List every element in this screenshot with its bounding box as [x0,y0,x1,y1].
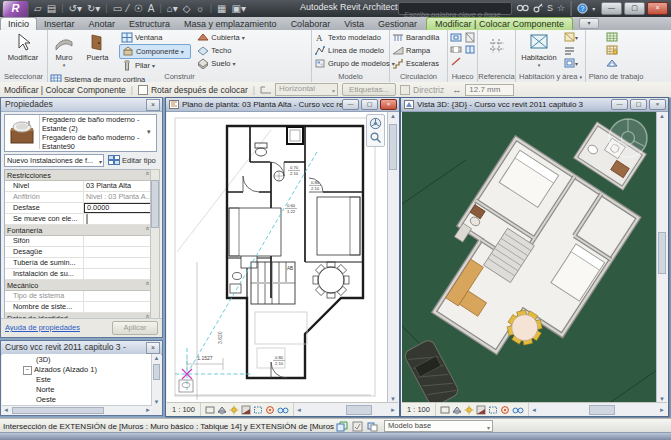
panel-label-referencia[interactable]: Referencia [478,71,515,82]
crop-view-icon[interactable] [253,405,263,415]
escaleras-button[interactable]: Escaleras [390,57,446,70]
panel-label-modelo[interactable]: Modelo [312,71,389,82]
sun-path-icon[interactable] [464,405,474,415]
property-value[interactable] [83,291,153,301]
property-row[interactable]: Tipo de sistema [5,291,153,302]
property-row[interactable]: Nivel03 Planta Alta [5,181,153,192]
save-icon[interactable]: ▤ [47,1,56,16]
grupo-modelos-button[interactable]: Grupo de modelos▾ [312,57,388,70]
maximize-button[interactable]: ▢ [624,2,645,15]
barandilla-button[interactable]: Barandilla [390,31,446,44]
type-name-alt[interactable]: Fregadero de baño moderno - Estante90 [42,134,145,151]
directriz-checkbox[interactable] [400,85,410,95]
property-row[interactable]: Desagüe [5,247,153,258]
instance-filter-select[interactable]: Nuevo Instalaciones de f...▾ [4,154,104,167]
property-value[interactable] [83,302,153,312]
editable-only-icon[interactable] [352,421,363,432]
etiquetas-button[interactable]: Etiquetas... [342,83,396,96]
cubierta-button[interactable]: Cubierta▾ [195,31,247,44]
shadows-icon[interactable] [476,405,486,415]
close-button[interactable]: × [647,2,668,15]
property-row[interactable]: Desfase0.0000 [5,203,153,214]
communication-center-icon[interactable]: S [547,3,553,13]
reveal-hidden-icon[interactable] [265,405,275,415]
crop-view-icon[interactable] [488,405,498,415]
sun-path-icon[interactable] [229,405,239,415]
panel-label-habitacion-area[interactable]: Habitación y área ▾ [516,71,585,82]
text-icon[interactable]: A [148,1,155,16]
room-tag-button[interactable] [564,45,584,58]
property-row[interactable]: Nombre de siste... [5,302,153,313]
property-value[interactable] [83,258,153,268]
favorites-icon[interactable]: ☆ [557,3,565,13]
property-row[interactable]: Se mueve con ele... [5,214,153,225]
property-row[interactable]: Instalación de su... [5,269,153,280]
orientation-select[interactable]: Horizontal▾ [275,83,338,96]
tree-item-norte[interactable]: Norte [2,385,151,395]
tab-estructura[interactable]: Estructura [122,18,177,30]
plan-canvas[interactable]: 0.70 2.10 0.60 1.22 0.80 2.10 0.80 2.10 … [167,112,388,403]
type-selector[interactable]: Fregadero de baño moderno - Estante (2) … [4,114,157,152]
search-icon[interactable] [516,3,529,13]
view3d-window-titlebar[interactable]: Vista 3D: {3D} - Curso vcc revit 2011 ca… [401,98,668,112]
crop-region-icon[interactable] [205,405,215,415]
section-header-restricciones[interactable]: Restricciones« [5,170,153,181]
section-icon[interactable]: ◇ [183,1,191,16]
zoom-icon[interactable] [367,131,384,144]
plan-vscrollbar[interactable]: ▲ ▼ [387,112,398,403]
tag-icon[interactable]: ☉ [134,1,143,16]
undo-button[interactable]: ↺▾ [69,1,82,16]
type-name-current[interactable]: Fregadero de baño moderno - Estante (2) [42,116,145,133]
crop-region-icon[interactable] [440,405,450,415]
tab-masa-y-emplazamiento[interactable]: Masa y emplazamiento [177,18,284,30]
browser-close-icon[interactable]: × [146,342,160,354]
plan-close-button[interactable]: × [380,99,397,110]
browser-vscrollbar[interactable]: ▲ ▼ [151,354,161,406]
redo-button[interactable]: ↻▾ [87,1,100,16]
view3d-canvas[interactable] [402,112,657,403]
property-value[interactable] [83,236,153,246]
habitacion-button[interactable]: Habitación▾ [518,30,560,68]
temporary-hide-icon[interactable] [512,405,524,415]
help-dropdown-icon[interactable]: ▾ [592,5,595,12]
opening-by-face-icon[interactable] [450,32,463,43]
tree-expander-icon[interactable]: − [23,366,32,375]
property-row[interactable]: AnfitriónNivel : 03 Planta A... [5,192,153,203]
componente-button[interactable]: Componente▾ [119,44,191,59]
view3d-vscrollbar[interactable]: ▲ ▼ [656,112,667,403]
view3d-scale[interactable]: 1 : 100 [402,403,436,416]
tab-vista[interactable]: Vista [337,18,371,30]
wall-opening-icon[interactable] [450,44,463,55]
tab-inicio[interactable]: Inicio [0,17,37,30]
apply-button[interactable]: Aplicar [112,321,158,335]
worksets-icon[interactable] [336,421,348,432]
techo-button[interactable]: Techo [195,44,247,57]
properties-close-icon[interactable]: × [146,99,160,111]
section-header-mec-nico[interactable]: Mecánico« [5,280,153,291]
panel-label-seleccionar[interactable]: Seleccionar [0,71,47,82]
property-row[interactable]: Tubería de sumin... [5,258,153,269]
type-selector-dropdown-icon[interactable]: ▾ [147,115,156,151]
revit-logo-button[interactable]: R [2,0,29,18]
area-button[interactable]: ▾ [564,58,584,71]
design-options-icon[interactable] [367,421,378,432]
browser-hscrollbar[interactable]: ◄ ► [2,405,152,414]
vertical-opening-icon[interactable] [464,44,477,55]
suelo-button[interactable]: Suelo▾ [195,57,247,70]
reveal-hidden-icon[interactable] [500,405,510,415]
tab-anotar[interactable]: Anotar [82,18,123,30]
view3d-restore-button[interactable]: ▢ [630,99,647,110]
plan-minimize-button[interactable]: — [342,99,359,110]
steering-wheel-icon[interactable] [367,117,384,130]
properties-header[interactable]: Propiedades × [1,98,162,112]
tab-colaborar[interactable]: Colaborar [284,18,338,30]
switch-windows-icon[interactable]: ▣▾ [232,1,246,16]
property-value[interactable] [83,269,153,279]
minimize-button[interactable]: — [601,2,622,15]
plan-window-titlebar[interactable]: Plano de planta: 03 Planta Alta - Curso … [166,98,399,112]
tree-item-oeste[interactable]: Oeste [2,395,151,405]
texto-modelado-button[interactable]: A Texto modelado [312,31,388,44]
property-value[interactable] [83,214,153,224]
browser-header[interactable]: Curso vcc revit 2011 capitulo 3 - Navega… [1,341,162,355]
close-hidden-windows-icon[interactable]: ▦ [217,1,226,16]
